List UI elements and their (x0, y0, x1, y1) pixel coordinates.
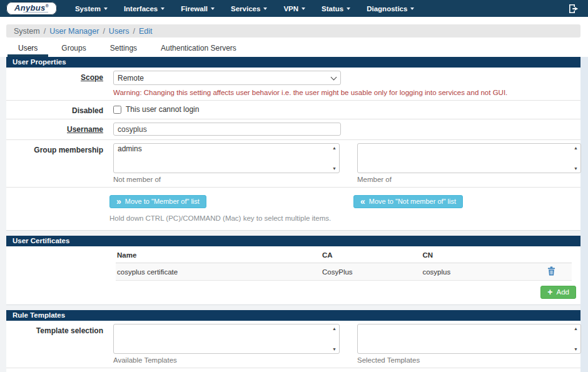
logo-text: Anybus® (14, 3, 49, 12)
member-of-listbox[interactable]: ▲ ▼ (357, 143, 581, 173)
top-navbar: Anybus® System Interfaces Firewall Servi… (0, 0, 588, 17)
selected-templates-group: ▲ ▼ Selected Templates (357, 324, 581, 364)
disabled-row: Disabled This user cannot login (6, 101, 580, 119)
menu-status[interactable]: Status (313, 0, 358, 17)
group-membership-control: admins ▲ ▼ Not member of (113, 143, 588, 183)
column-name: Name (116, 248, 321, 263)
scope-label: Scope (6, 71, 113, 96)
user-certificates-header: User Certificates (6, 236, 580, 246)
rule-templates-panel: Rule Templates Template selection ▲ ▼ (6, 310, 580, 372)
username-label: Username (6, 123, 113, 136)
move-to-member-of-button[interactable]: » Move to "Member of" list (109, 195, 206, 208)
username-row: Username (6, 119, 580, 140)
anybus-logo[interactable]: Anybus® (6, 2, 57, 15)
disabled-checkbox[interactable] (113, 106, 121, 114)
user-properties-panel: User Properties Scope Remote Warning: Ch… (6, 57, 580, 231)
scope-row: Scope Remote Warning: Changing this sett… (6, 68, 580, 101)
scroll-up-icon[interactable]: ▲ (574, 146, 578, 150)
menu-firewall-label: Firewall (181, 5, 208, 13)
cert-cn-cell: cosyplus (421, 263, 530, 281)
table-row: cosyplus certificate CosyPlus cosyplus (116, 263, 572, 281)
chevron-down-icon (263, 8, 267, 10)
tab-groups[interactable]: Groups (51, 41, 96, 57)
scope-warning: Warning: Changing this setting affects u… (113, 89, 572, 96)
cert-name-cell: cosyplus certificate (116, 263, 321, 281)
scope-select[interactable]: Remote (113, 71, 341, 85)
list-item[interactable]: admins (114, 144, 339, 154)
chevron-down-icon (161, 8, 165, 10)
available-templates-group: ▲ ▼ Available Templates (113, 324, 340, 364)
template-selection-row: Template selection ▲ ▼ Available Templat… (6, 321, 580, 368)
menu-vpn[interactable]: VPN (275, 0, 313, 17)
breadcrumb-separator: / (44, 27, 46, 36)
column-actions (530, 248, 572, 263)
breadcrumb-separator: / (133, 27, 135, 36)
scroll-up-icon[interactable]: ▲ (332, 146, 337, 150)
not-member-of-listbox[interactable]: admins ▲ ▼ (113, 143, 340, 173)
menu-vpn-label: VPN (283, 5, 298, 13)
chevron-down-icon (410, 8, 414, 10)
listbox-scrollbar[interactable]: ▲ ▼ (330, 325, 338, 353)
disabled-checkbox-label: This user cannot login (126, 105, 199, 114)
group-move-row: » Move to "Member of" list « Move to "No… (6, 188, 580, 230)
tab-users[interactable]: Users (8, 41, 48, 57)
member-of-group: ▲ ▼ Member of (357, 143, 581, 183)
menu-interfaces[interactable]: Interfaces (116, 0, 173, 17)
group-membership-label: Group membership (6, 143, 113, 183)
user-properties-header: User Properties (6, 57, 580, 68)
breadcrumb-root: System (14, 27, 40, 36)
scope-control: Remote Warning: Changing this setting af… (113, 71, 580, 96)
menu-services[interactable]: Services (223, 0, 275, 17)
delete-certificate-icon[interactable] (547, 266, 555, 277)
scroll-down-icon[interactable]: ▼ (332, 347, 337, 351)
scroll-down-icon[interactable]: ▼ (574, 347, 578, 351)
menu-firewall[interactable]: Firewall (173, 0, 223, 17)
breadcrumb-link-edit[interactable]: Edit (139, 27, 153, 36)
member-of-caption: Member of (357, 176, 581, 183)
registered-mark: ® (45, 4, 48, 8)
menu-system[interactable]: System (67, 0, 116, 17)
chevron-down-icon (302, 8, 305, 10)
scroll-up-icon[interactable]: ▲ (332, 326, 337, 331)
menu-services-label: Services (231, 5, 260, 13)
add-certificate-button[interactable]: + Add (540, 286, 576, 299)
available-templates-listbox[interactable]: ▲ ▼ (113, 324, 340, 354)
menu-status-label: Status (322, 5, 343, 13)
tab-authentication-servers[interactable]: Authentication Servers (150, 41, 247, 57)
scroll-down-icon[interactable]: ▼ (574, 166, 578, 171)
move-to-not-member-of-button[interactable]: « Move to "Not member of" list (353, 195, 463, 208)
template-selection-label: Template selection (6, 324, 113, 364)
scroll-down-icon[interactable]: ▼ (332, 166, 337, 171)
scroll-up-icon[interactable]: ▲ (574, 326, 578, 331)
listbox-scrollbar[interactable]: ▲ ▼ (572, 325, 580, 353)
page: Anybus® System Interfaces Firewall Servi… (0, 0, 588, 372)
listbox-scrollbar[interactable]: ▲ ▼ (572, 144, 580, 172)
username-input[interactable] (113, 123, 341, 136)
user-certificates-panel: User Certificates Name CA CN cosyplus ce… (6, 236, 580, 305)
group-membership-row: Group membership admins ▲ ▼ Not membe (6, 140, 580, 188)
menu-diagnostics[interactable]: Diagnostics (358, 0, 422, 17)
add-row: + Add (6, 281, 580, 304)
selected-templates-listbox[interactable]: ▲ ▼ (357, 324, 581, 354)
breadcrumb-link-users[interactable]: Users (109, 27, 129, 36)
certificates-table: Name CA CN cosyplus certificate CosyPlus… (116, 248, 572, 281)
double-arrow-left-icon: « (360, 198, 365, 204)
double-arrow-right-icon: » (116, 198, 121, 204)
tab-settings[interactable]: Settings (99, 41, 148, 57)
breadcrumb-link-user-manager[interactable]: User Manager (49, 27, 99, 36)
logo-wordmark: Anybus (14, 3, 45, 13)
disabled-label: Disabled (6, 104, 113, 115)
chevron-down-icon (211, 8, 215, 10)
disabled-control: This user cannot login (113, 104, 580, 115)
not-member-of-group: admins ▲ ▼ Not member of (113, 143, 340, 183)
sign-out-icon[interactable] (568, 4, 579, 14)
tab-bar: Users Groups Settings Authentication Ser… (6, 41, 580, 57)
certificates-table-wrap: Name CA CN cosyplus certificate CosyPlus… (6, 246, 580, 281)
breadcrumb: System / User Manager / Users / Edit (6, 24, 580, 38)
move-to-not-member-of-label: Move to "Not member of" list (369, 198, 456, 205)
username-control (113, 123, 580, 136)
listbox-scrollbar[interactable]: ▲ ▼ (330, 144, 338, 172)
chevron-down-icon (104, 8, 108, 10)
rule-templates-header: Rule Templates (6, 310, 580, 321)
template-selection-control: ▲ ▼ Available Templates ▲ ▼ (113, 324, 588, 364)
